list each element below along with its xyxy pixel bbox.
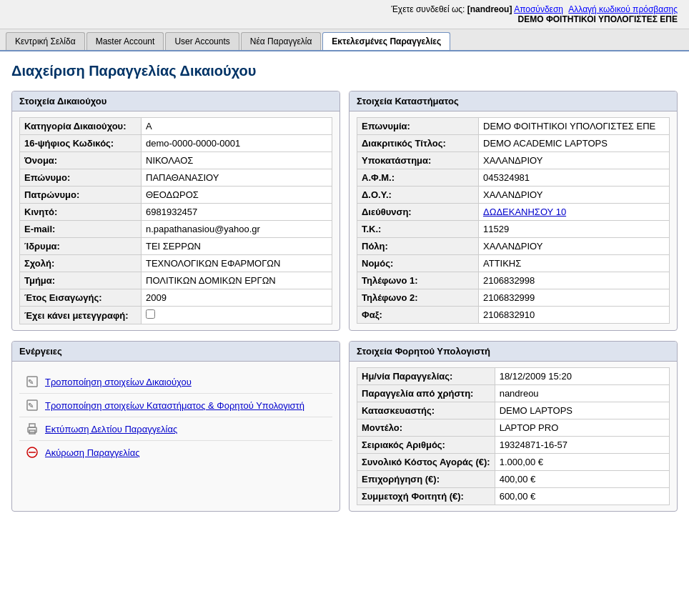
main-content: Διαχείριση Παραγγελίας Δικαιούχου Στοιχε… bbox=[0, 51, 689, 523]
beneficiary-field-value: 2009 bbox=[142, 289, 332, 307]
laptop-field-label: Παραγγελία από χρήστη: bbox=[357, 385, 495, 402]
laptop-field-value: DEMO LAPTOPS bbox=[495, 402, 669, 419]
beneficiary-field-label: Ίδρυμα: bbox=[20, 238, 142, 255]
nav-tab-users[interactable]: User Accounts bbox=[165, 32, 239, 50]
beneficiary-field-value: ΤΕΙ ΣΕΡΡΩΝ bbox=[142, 238, 332, 255]
beneficiary-field-label: Τμήμα: bbox=[20, 272, 142, 289]
laptop-panel-title: Στοιχεία Φορητού Υπολογιστή bbox=[350, 342, 677, 362]
store-field-value: ΧΑΛΑΝΔΡΙΟΥ bbox=[479, 238, 670, 255]
beneficiary-field-label: E-mail: bbox=[20, 221, 142, 238]
page-title: Διαχείριση Παραγγελίας Δικαιούχου bbox=[11, 63, 678, 79]
address-link[interactable]: ΔΩΔΕΚΑΝΗΣΟΥ 10 bbox=[483, 207, 566, 217]
laptop-field-value: 18/12/2009 15:20 bbox=[495, 368, 669, 385]
store-field-value: ΑΤΤΙΚΗΣ bbox=[479, 255, 670, 272]
laptop-field-value: 400,00 € bbox=[495, 471, 669, 488]
store-field-label: Νομός: bbox=[357, 255, 479, 272]
beneficiary-field-label: Κατηγορία Δικαιούχου: bbox=[20, 118, 142, 135]
laptop-field-value: LAPTOP PRO bbox=[495, 419, 669, 437]
laptop-field-label: Μοντέλο: bbox=[357, 419, 495, 437]
nav-tab-home[interactable]: Κεντρική Σελίδα bbox=[6, 32, 85, 50]
store-field-value: 2106832999 bbox=[479, 289, 670, 307]
logout-link[interactable]: Αποσύνδεση bbox=[514, 4, 563, 14]
laptop-field-label: Σειριακός Αριθμός: bbox=[357, 437, 495, 454]
beneficiary-field-value: ΠΑΠΑΘΑΝΑΣΙΟΥ bbox=[142, 169, 332, 187]
action-link-edit-store[interactable]: Τροποποίηση στοιχείων Καταστήματος & Φορ… bbox=[45, 400, 304, 411]
actions-panel: Ενέργειες ✎Τροποποίηση στοιχείων Δικαιού… bbox=[11, 341, 340, 512]
change-password-link[interactable]: Αλλαγή κωδικού πρόσβασης bbox=[568, 4, 678, 14]
nav-tab-completed[interactable]: Εκτελεσμένες Παραγγελίες bbox=[322, 32, 450, 50]
store-field-label: Επωνυμία: bbox=[357, 118, 479, 135]
laptop-field-label: Ημ/νία Παραγγελίας: bbox=[357, 368, 495, 385]
store-field-label: Δ.Ο.Υ.: bbox=[357, 187, 479, 204]
laptop-panel-body: Ημ/νία Παραγγελίας:18/12/2009 15:20Παραγ… bbox=[350, 362, 677, 511]
action-item-edit-store: ✎Τροποποίηση στοιχείων Καταστήματος & Φο… bbox=[19, 394, 332, 417]
store-field-label: Τ.Κ.: bbox=[357, 221, 479, 238]
edit-icon: ✎ bbox=[25, 398, 39, 412]
actions-panel-title: Ενέργειες bbox=[12, 342, 339, 362]
laptop-field-value: nandreou bbox=[495, 385, 669, 402]
nav-tabs: Κεντρική ΣελίδαMaster AccountUser Accoun… bbox=[0, 29, 689, 51]
laptop-field-value: 600,00 € bbox=[495, 488, 669, 505]
action-link-cancel[interactable]: Ακύρωση Παραγγελίας bbox=[45, 447, 139, 458]
beneficiary-field-label: Πατρώνυμο: bbox=[20, 187, 142, 204]
beneficiary-field-value: 6981932457 bbox=[142, 204, 332, 221]
beneficiary-panel: Στοιχεία Δικαιούχου Κατηγορία Δικαιούχου… bbox=[11, 91, 340, 331]
beneficiary-panel-body: Κατηγορία Δικαιούχου:Α16-ψήφιος Κωδικός:… bbox=[12, 111, 339, 330]
company-name: DEMO ΦΟΙΤΗΤΙΚΟΙ ΥΠΟΛΟΓΙΣΤΕΣ ΕΠΕ bbox=[518, 14, 678, 24]
store-field-label: Διεύθυνση: bbox=[357, 204, 479, 221]
beneficiary-field-value: Α bbox=[142, 118, 332, 135]
beneficiary-field-value: demo-0000-0000-0001 bbox=[142, 135, 332, 152]
store-field-value: DEMO ΦΟΙΤΗΤΙΚΟΙ ΥΠΟΛΟΓΙΣΤΕΣ ΕΠΕ bbox=[479, 118, 670, 135]
print-icon bbox=[25, 422, 39, 436]
svg-rect-5 bbox=[29, 424, 35, 427]
beneficiary-field-label: Έχει κάνει μετεγγραφή: bbox=[20, 307, 142, 324]
laptop-table: Ημ/νία Παραγγελίας:18/12/2009 15:20Παραγ… bbox=[357, 367, 670, 505]
laptop-field-label: Κατασκευαστής: bbox=[357, 402, 495, 419]
top-bar: Έχετε συνδεθεί ως: [nandreou] Αποσύνδεση… bbox=[0, 0, 689, 29]
actions-list: ✎Τροποποίηση στοιχείων Δικαιούχου✎Τροποπ… bbox=[19, 367, 332, 467]
store-field-value: 2106832910 bbox=[479, 307, 670, 324]
store-field-value: ΔΩΔΕΚΑΝΗΣΟΥ 10 bbox=[479, 204, 670, 221]
action-link-print[interactable]: Εκτύπωση Δελτίου Παραγγελίας bbox=[45, 424, 177, 434]
top-section: Στοιχεία Δικαιούχου Κατηγορία Δικαιούχου… bbox=[11, 91, 678, 331]
beneficiary-field-value bbox=[142, 307, 332, 324]
beneficiary-field-value: ΤΕΧΝΟΛΟΓΙΚΩΝ ΕΦΑΡΜΟΓΩΝ bbox=[142, 255, 332, 272]
svg-text:✎: ✎ bbox=[28, 402, 34, 409]
transfer-checkbox[interactable] bbox=[146, 309, 155, 319]
store-field-value: ΧΑΛΑΝΔΡΙΟΥ bbox=[479, 187, 670, 204]
edit-icon: ✎ bbox=[25, 374, 39, 389]
beneficiary-field-label: 16-ψήφιος Κωδικός: bbox=[20, 135, 142, 152]
beneficiary-field-label: Σχολή: bbox=[20, 255, 142, 272]
store-panel-title: Στοιχεία Καταστήματος bbox=[350, 91, 677, 111]
store-field-value: DEMO ACADEMIC LAPTOPS bbox=[479, 135, 670, 152]
laptop-field-label: Επιχορήγηση (€): bbox=[357, 471, 495, 488]
store-field-value: 045324981 bbox=[479, 169, 670, 187]
nav-tab-new-order[interactable]: Νέα Παραγγελία bbox=[241, 32, 322, 50]
laptop-field-label: Συνολικό Κόστος Αγοράς (€): bbox=[357, 454, 495, 471]
beneficiary-field-value: ΘΕΟΔΩΡΟΣ bbox=[142, 187, 332, 204]
store-table: Επωνυμία:DEMO ΦΟΙΤΗΤΙΚΟΙ ΥΠΟΛΟΓΙΣΤΕΣ ΕΠΕ… bbox=[357, 117, 670, 324]
beneficiary-field-value: n.papathanasiou@yahoo.gr bbox=[142, 221, 332, 238]
store-field-value: 2106832998 bbox=[479, 272, 670, 289]
action-link-edit-beneficiary[interactable]: Τροποποίηση στοιχείων Δικαιούχου bbox=[45, 377, 192, 387]
action-item-print: Εκτύπωση Δελτίου Παραγγελίας bbox=[19, 417, 332, 441]
store-field-label: Τηλέφωνο 2: bbox=[357, 289, 479, 307]
beneficiary-field-value: ΝΙΚΟΛΑΟΣ bbox=[142, 152, 332, 169]
beneficiary-field-label: Έτος Εισαγωγής: bbox=[20, 289, 142, 307]
store-field-value: 11529 bbox=[479, 221, 670, 238]
store-field-label: Πόλη: bbox=[357, 238, 479, 255]
cancel-icon bbox=[25, 445, 39, 459]
laptop-field-label: Συμμετοχή Φοιτητή (€): bbox=[357, 488, 495, 505]
action-item-cancel: Ακύρωση Παραγγελίας bbox=[19, 441, 332, 464]
store-field-label: Διακριτικός Τίτλος: bbox=[357, 135, 479, 152]
beneficiary-field-label: Επώνυμο: bbox=[20, 169, 142, 187]
laptop-field-value: 1.000,00 € bbox=[495, 454, 669, 471]
svg-text:✎: ✎ bbox=[28, 378, 34, 386]
laptop-panel: Στοιχεία Φορητού Υπολογιστή Ημ/νία Παραγ… bbox=[349, 341, 678, 512]
beneficiary-table: Κατηγορία Δικαιούχου:Α16-ψήφιος Κωδικός:… bbox=[19, 117, 332, 324]
logged-in-text: Έχετε συνδεθεί ως: bbox=[391, 4, 465, 14]
store-field-value: ΧΑΛΑΝΔΡΙΟΥ bbox=[479, 152, 670, 169]
beneficiary-field-value: ΠΟΛΙΤΙΚΩΝ ΔΟΜΙΚΩΝ ΕΡΓΩΝ bbox=[142, 272, 332, 289]
beneficiary-field-label: Όνομα: bbox=[20, 152, 142, 169]
nav-tab-master[interactable]: Master Account bbox=[86, 32, 164, 50]
